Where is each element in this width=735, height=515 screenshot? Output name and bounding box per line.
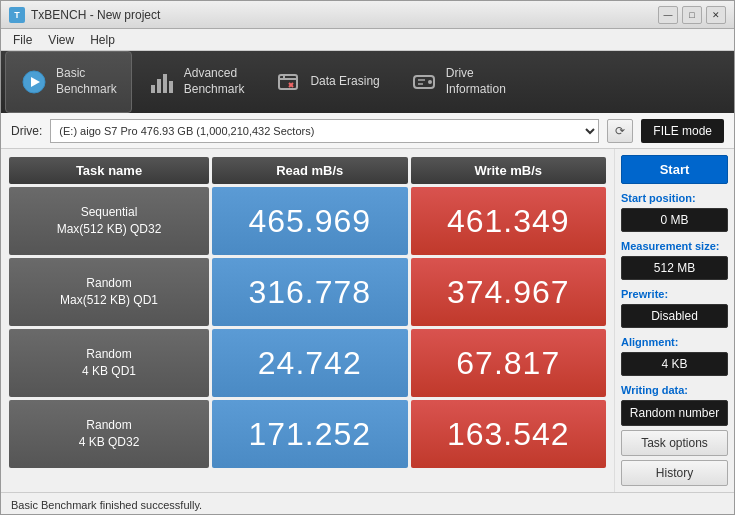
prewrite-label: Prewrite: — [621, 288, 728, 300]
bench-label-sequential: SequentialMax(512 KB) QD32 — [9, 187, 209, 255]
title-bar-text: TxBENCH - New project — [31, 8, 658, 22]
svg-rect-6 — [279, 75, 297, 89]
minimize-button[interactable]: — — [658, 6, 678, 24]
main-content: Task name Read mB/s Write mB/s Sequentia… — [1, 149, 734, 492]
bench-header-read: Read mB/s — [212, 157, 408, 184]
bench-area: Task name Read mB/s Write mB/s Sequentia… — [1, 149, 614, 492]
close-button[interactable]: ✕ — [706, 6, 726, 24]
app-icon: T — [9, 7, 25, 23]
writing-data-label: Writing data: — [621, 384, 728, 396]
task-options-button[interactable]: Task options — [621, 430, 728, 456]
bench-label-random-4k-qd32: Random4 KB QD32 — [9, 400, 209, 468]
toolbar-btn-data-erasing[interactable]: Data Erasing — [260, 51, 393, 113]
toolbar-btn-basic-benchmark[interactable]: BasicBenchmark — [5, 51, 132, 113]
drive-select[interactable]: (E:) aigo S7 Pro 476.93 GB (1,000,210,43… — [50, 119, 599, 143]
advanced-benchmark-label: AdvancedBenchmark — [184, 66, 245, 97]
status-text: Basic Benchmark finished successfully. — [11, 499, 202, 511]
alignment-label: Alignment: — [621, 336, 728, 348]
drive-refresh-button[interactable]: ⟳ — [607, 119, 633, 143]
svg-rect-3 — [157, 79, 161, 93]
status-bar: Basic Benchmark finished successfully. — [1, 492, 734, 515]
toolbar-btn-advanced-benchmark[interactable]: AdvancedBenchmark — [134, 51, 259, 113]
drive-information-icon — [410, 68, 438, 96]
bench-rows: SequentialMax(512 KB) QD32 465.969 461.3… — [9, 187, 606, 468]
svg-rect-5 — [169, 81, 173, 93]
measurement-size-value: 512 MB — [621, 256, 728, 280]
menu-help[interactable]: Help — [82, 31, 123, 49]
menu-file[interactable]: File — [5, 31, 40, 49]
history-button[interactable]: History — [621, 460, 728, 486]
drive-information-label: DriveInformation — [446, 66, 506, 97]
title-bar: T TxBENCH - New project — □ ✕ — [1, 1, 734, 29]
advanced-benchmark-icon — [148, 68, 176, 96]
bench-read-sequential: 465.969 — [212, 187, 408, 255]
toolbar-btn-drive-information[interactable]: DriveInformation — [396, 51, 520, 113]
table-row: Random4 KB QD1 24.742 67.817 — [9, 329, 606, 397]
writing-data-button[interactable]: Random number — [621, 400, 728, 426]
svg-rect-2 — [151, 85, 155, 93]
basic-benchmark-icon — [20, 68, 48, 96]
basic-benchmark-label: BasicBenchmark — [56, 66, 117, 97]
bench-write-random-4k-qd1: 67.817 — [411, 329, 607, 397]
start-position-value: 0 MB — [621, 208, 728, 232]
bench-label-random-4k-qd1: Random4 KB QD1 — [9, 329, 209, 397]
svg-rect-4 — [163, 74, 167, 93]
bench-write-random-512: 374.967 — [411, 258, 607, 326]
bench-header-task: Task name — [9, 157, 209, 184]
bench-header: Task name Read mB/s Write mB/s — [9, 157, 606, 184]
alignment-value: 4 KB — [621, 352, 728, 376]
svg-point-12 — [428, 80, 432, 84]
title-bar-controls: — □ ✕ — [658, 6, 726, 24]
measurement-size-label: Measurement size: — [621, 240, 728, 252]
drive-label: Drive: — [11, 124, 42, 138]
prewrite-value: Disabled — [621, 304, 728, 328]
bench-read-random-4k-qd1: 24.742 — [212, 329, 408, 397]
menu-view[interactable]: View — [40, 31, 82, 49]
drive-row: Drive: (E:) aigo S7 Pro 476.93 GB (1,000… — [1, 113, 734, 149]
file-mode-button[interactable]: FILE mode — [641, 119, 724, 143]
toolbar: BasicBenchmark AdvancedBenchmark Data Er… — [1, 51, 734, 113]
table-row: RandomMax(512 KB) QD1 316.778 374.967 — [9, 258, 606, 326]
bench-header-write: Write mB/s — [411, 157, 607, 184]
data-erasing-label: Data Erasing — [310, 74, 379, 90]
start-button[interactable]: Start — [621, 155, 728, 184]
table-row: SequentialMax(512 KB) QD32 465.969 461.3… — [9, 187, 606, 255]
sidebar: Start Start position: 0 MB Measurement s… — [614, 149, 734, 492]
data-erasing-icon — [274, 68, 302, 96]
bench-read-random-512: 316.778 — [212, 258, 408, 326]
maximize-button[interactable]: □ — [682, 6, 702, 24]
start-position-label: Start position: — [621, 192, 728, 204]
bench-label-random-512: RandomMax(512 KB) QD1 — [9, 258, 209, 326]
bench-write-sequential: 461.349 — [411, 187, 607, 255]
menu-bar: File View Help — [1, 29, 734, 51]
table-row: Random4 KB QD32 171.252 163.542 — [9, 400, 606, 468]
bench-read-random-4k-qd32: 171.252 — [212, 400, 408, 468]
bench-write-random-4k-qd32: 163.542 — [411, 400, 607, 468]
